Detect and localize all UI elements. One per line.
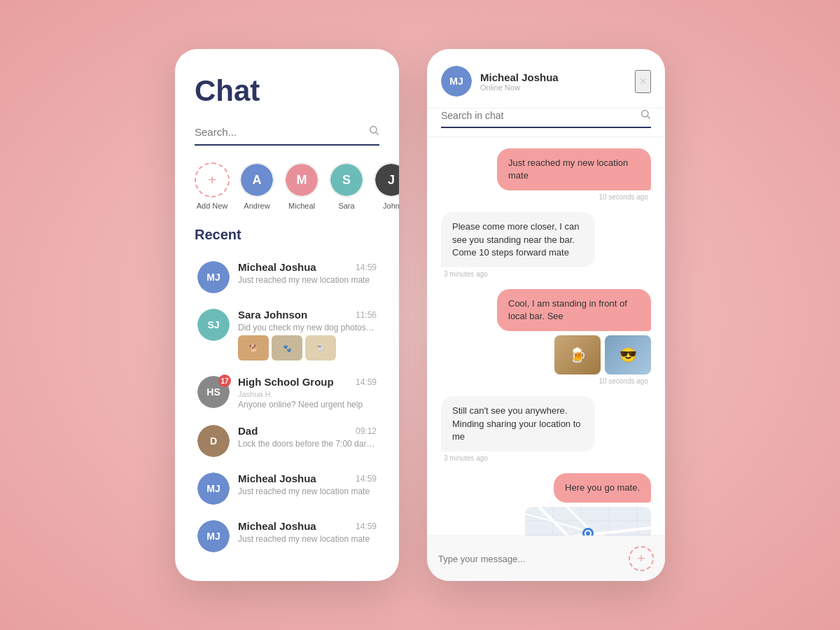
page-title: Chat (195, 74, 379, 108)
message-bubble: Just reached my new location mate (497, 148, 651, 190)
chat-info: Dad 09:12 Lock the doors before the 7:00… (238, 425, 377, 449)
chat-header: MJ Micheal Joshua Online Now × (427, 49, 665, 108)
chat-search-input[interactable] (441, 110, 640, 121)
chat-avatar-wrap: MJ (197, 261, 230, 293)
svg-point-0 (370, 127, 377, 133)
message-images: 🍺 😎 (554, 335, 651, 374)
message-4: Still can't see you anywhere. Minding sh… (441, 396, 651, 462)
chat-item-highschool[interactable]: HS 17 High School Group 14:59 Jashua H. … (195, 369, 379, 416)
unread-badge: 17 (218, 374, 231, 387)
chat-info: Micheal Joshua 14:59 Just reached my new… (238, 472, 377, 496)
chat-item-micheal-2[interactable]: MJ Micheal Joshua 14:59 Just reached my … (195, 465, 379, 512)
message-image-1: 🍺 (554, 335, 601, 374)
message-bubble: Cool, I am standing in front of local ba… (497, 289, 651, 331)
chat-avatar-wrap: MJ (197, 472, 230, 505)
search-input[interactable] (195, 126, 368, 138)
message-1: Just reached my new location mate 10 sec… (441, 148, 651, 201)
chat-search-icon (640, 108, 651, 122)
message-time: 3 minutes ago (441, 454, 491, 462)
chat-avatar-wrap: MJ (197, 520, 230, 552)
story-micheal[interactable]: M Micheal (284, 162, 319, 210)
chat-avatar-wrap: SJ (197, 309, 230, 341)
chat-search-wrap (427, 108, 665, 137)
message-2: Please come more closer, I can see you s… (441, 212, 651, 278)
close-button[interactable]: × (635, 70, 651, 93)
chat-info: Micheal Joshua 14:59 Just reached my new… (238, 261, 377, 285)
chat-list-panel: Chat + Add New A Andrew M Micheal S Sara… (175, 49, 399, 581)
chat-info: High School Group 14:59 Jashua H. Anyone… (238, 376, 377, 410)
svg-point-2 (642, 111, 648, 117)
message-time: 10 seconds ago (596, 377, 651, 385)
chat-item-dad[interactable]: D Dad 09:12 Lock the doors before the 7:… (195, 418, 379, 464)
contact-status: Online Now (480, 83, 626, 92)
search-icon (368, 125, 379, 139)
story-add-new[interactable]: + Add New (195, 162, 230, 210)
contact-name: Micheal Joshua (480, 71, 626, 83)
chat-search-bar (441, 108, 651, 128)
map-preview (525, 507, 651, 536)
message-bubble: Still can't see you anywhere. Minding sh… (441, 396, 595, 451)
message-image-2: 😎 (605, 335, 651, 374)
chat-avatar-wrap: D (197, 425, 230, 457)
chat-detail-panel: MJ Micheal Joshua Online Now × Just reac… (427, 49, 665, 581)
message-3: Cool, I am standing in front of local ba… (441, 289, 651, 385)
chat-list: MJ Micheal Joshua 14:59 Just reached my … (195, 254, 379, 561)
chat-info: Micheal Joshua 14:59 Just reached my new… (238, 520, 377, 544)
message-5: Here you go mate. (441, 473, 651, 536)
story-john[interactable]: J John (374, 162, 399, 210)
chat-item-micheal-3[interactable]: MJ Micheal Joshua 14:59 Just reached my … (195, 513, 379, 559)
chat-info: Sara Johnson 11:56 Did you check my new … (238, 309, 377, 360)
add-attachment-button[interactable]: + (629, 546, 654, 571)
svg-line-3 (648, 116, 650, 119)
svg-line-1 (376, 132, 379, 135)
story-sara[interactable]: S Sara (329, 162, 364, 210)
svg-point-18 (586, 531, 590, 536)
contact-info: Micheal Joshua Online Now (480, 71, 626, 92)
message-time: 3 minutes ago (441, 270, 491, 278)
message-bubble: Here you go mate. (554, 473, 651, 503)
chat-item-sara[interactable]: SJ Sara Johnson 11:56 Did you check my n… (195, 302, 379, 368)
message-input[interactable] (438, 554, 622, 564)
message-time: 10 seconds ago (596, 193, 651, 201)
story-andrew[interactable]: A Andrew (239, 162, 274, 210)
message-bubble: Please come more closer, I can see you s… (441, 212, 595, 267)
contact-avatar: MJ (441, 66, 472, 97)
dog-photos: 🐕 🐾 🐩 (238, 335, 377, 360)
chat-avatar-wrap: HS 17 (197, 376, 230, 408)
search-bar (195, 125, 379, 146)
messages-area: Just reached my new location mate 10 sec… (427, 137, 665, 536)
stories-row: + Add New A Andrew M Micheal S Sara J Jo… (195, 162, 379, 210)
chat-item-micheal-1[interactable]: MJ Micheal Joshua 14:59 Just reached my … (195, 254, 379, 300)
recent-label: Recent (195, 227, 379, 243)
message-input-area: + (427, 536, 665, 581)
